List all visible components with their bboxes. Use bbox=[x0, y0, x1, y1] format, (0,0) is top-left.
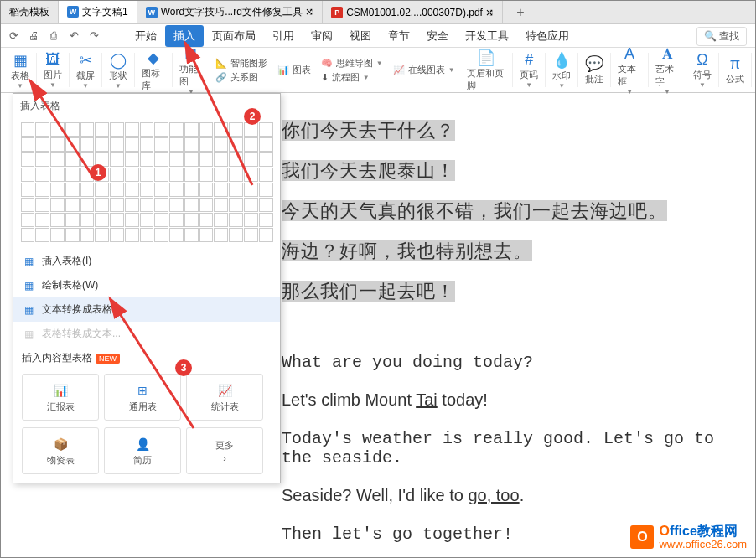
annotation-badge-1: 1 bbox=[90, 164, 106, 181]
card-general[interactable]: ⊞通用表 bbox=[104, 374, 181, 421]
table-icon: ▦ bbox=[11, 51, 29, 70]
ribbon-online-chart[interactable]: 📈 在线图表 ▼ bbox=[393, 64, 455, 76]
grid-icon: ⊞ bbox=[134, 382, 151, 399]
picture-icon: 🖼 bbox=[44, 51, 62, 69]
draw-table-icon: ▦ bbox=[22, 279, 35, 292]
shell-template-tab[interactable]: 稻壳模板 bbox=[1, 1, 59, 23]
doc-en-line3: Today's weather is really good. Let's go… bbox=[282, 429, 747, 468]
document-tabs: 稻壳模板 W 文字文稿1 W Word文字技巧...rd文件修复工具 ⤭ P C… bbox=[1, 1, 755, 24]
table-to-text-item: ▦表格转换成文本... bbox=[13, 322, 280, 346]
draw-table-item[interactable]: ▦绘制表格(W) bbox=[13, 273, 280, 297]
menu-start[interactable]: 开始 bbox=[127, 25, 165, 47]
card-resume[interactable]: 👤简历 bbox=[104, 427, 181, 474]
ribbon-chart[interactable]: 📊 图表 bbox=[277, 64, 311, 76]
formula-icon: π bbox=[726, 54, 744, 73]
header-footer-icon: 📄 bbox=[477, 49, 495, 67]
document-content: 你们今天去干什么？ 我们今天去爬泰山！ 今天的天气真的很不错，我们一起去海边吧。… bbox=[282, 93, 747, 557]
card-supplies[interactable]: 📦物资表 bbox=[22, 427, 99, 474]
ribbon-icons[interactable]: ◆图标库 bbox=[135, 53, 173, 87]
ribbon-header-footer[interactable]: 📄页眉和页脚 bbox=[460, 53, 514, 87]
shapes-icon: ◯ bbox=[109, 51, 127, 70]
menu-special[interactable]: 特色应用 bbox=[517, 25, 577, 47]
content-table-section: 插入内容型表格 NEW bbox=[13, 346, 280, 370]
doc-en-line1: What are you doing today? bbox=[282, 353, 747, 372]
ribbon-comment[interactable]: 💬批注 bbox=[578, 53, 611, 87]
ribbon-table[interactable]: ▦表格 ▼ bbox=[4, 53, 37, 87]
ribbon-formula[interactable]: π公式 bbox=[719, 53, 752, 87]
card-stats[interactable]: 📈统计表 bbox=[186, 374, 263, 421]
watermark-icon: 💧 bbox=[552, 51, 571, 70]
table-icon: ▦ bbox=[22, 255, 35, 268]
ribbon-textbox[interactable]: A文本框▼ bbox=[611, 53, 649, 87]
ribbon-page-number[interactable]: #页码▼ bbox=[513, 53, 546, 87]
watermark-url: www.office26.com bbox=[659, 539, 747, 550]
dropdown-title: 插入表格 bbox=[13, 94, 280, 118]
card-more[interactable]: 更多 › bbox=[186, 427, 263, 474]
doc-zh-line1: 你们今天去干什么？ bbox=[282, 120, 455, 141]
table-grid-picker[interactable] bbox=[13, 118, 280, 249]
ribbon-watermark[interactable]: 💧水印▼ bbox=[546, 53, 578, 87]
tab-label: 文字文稿1 bbox=[82, 5, 128, 19]
search-button[interactable]: 🔍 查找 bbox=[696, 27, 747, 46]
table-dropdown: 插入表格 ▦插入表格(I) ▦绘制表格(W) ▦文本转换成表格... ▦表格转换… bbox=[13, 93, 281, 483]
ribbon-relation-chart[interactable]: 🔗 关系图 bbox=[215, 71, 267, 84]
stats-icon: 📈 bbox=[216, 382, 233, 399]
comment-icon: 💬 bbox=[585, 54, 603, 73]
symbol-icon: Ω bbox=[693, 51, 712, 69]
insert-ribbon: ▦表格 ▼ 🖼图片▼ ✂截屏▼ ◯形状▼ ◆图标库 ⊞功能图▼ 📐 智能图形 🔗… bbox=[1, 48, 755, 93]
card-report[interactable]: 📊汇报表 bbox=[22, 374, 99, 421]
menu-page-layout[interactable]: 页面布局 bbox=[204, 25, 264, 47]
menu-review[interactable]: 审阅 bbox=[303, 25, 341, 47]
ribbon-wordart[interactable]: 𝐀艺术字▼ bbox=[649, 53, 686, 87]
resume-icon: 👤 bbox=[134, 436, 151, 452]
ribbon-shapes[interactable]: ◯形状▼ bbox=[102, 53, 135, 87]
insert-table-item[interactable]: ▦插入表格(I) bbox=[13, 249, 280, 273]
screenshot-icon: ✂ bbox=[76, 51, 95, 70]
menu-insert[interactable]: 插入 bbox=[165, 25, 204, 47]
tab-doc2[interactable]: W Word文字技巧...rd文件修复工具 ⤭ bbox=[137, 1, 323, 23]
ribbon-flowchart[interactable]: ⬇ 流程图 ▼ bbox=[321, 71, 383, 84]
menu-bar: 开始 插入 页面布局 引用 审阅 视图 章节 安全 开发工具 特色应用 🔍 查找 bbox=[1, 24, 755, 48]
ribbon-picture[interactable]: 🖼图片▼ bbox=[37, 53, 70, 87]
annotation-badge-3: 3 bbox=[175, 359, 192, 376]
watermark-logo-icon: O bbox=[630, 525, 654, 549]
doc-zh-line3: 今天的天气真的很不错，我们一起去海边吧。 bbox=[282, 200, 667, 221]
ribbon-symbol[interactable]: Ω符号▼ bbox=[686, 53, 719, 87]
icon-library-icon: ◆ bbox=[144, 49, 163, 67]
ribbon-mindmap[interactable]: 🧠 思维导图 ▼ bbox=[321, 57, 383, 70]
tab-doc3[interactable]: P CSM01001.02....000307D).pdf ⤭ bbox=[323, 1, 503, 23]
menu-security[interactable]: 安全 bbox=[418, 25, 457, 47]
ribbon-smart-shape[interactable]: 📐 智能图形 bbox=[215, 57, 267, 70]
annotation-badge-2: 2 bbox=[244, 108, 261, 125]
new-tab-button[interactable]: + bbox=[503, 2, 537, 23]
table-to-text-icon: ▦ bbox=[22, 328, 35, 341]
doc-zh-line2: 我们今天去爬泰山！ bbox=[282, 160, 455, 181]
text-to-table-icon: ▦ bbox=[22, 303, 35, 317]
tab-label: CSM01001.02....000307D).pdf ⤭ bbox=[346, 7, 494, 18]
chevron-right-icon: › bbox=[223, 453, 226, 463]
doc-zh-line5: 那么我们一起去吧！ bbox=[282, 281, 455, 302]
doc-en-line4: Seaside? Well, I'd like to go, too. bbox=[282, 486, 747, 506]
doc-en-line2: Let's climb Mount Tai today! bbox=[282, 390, 747, 411]
menu-references[interactable]: 引用 bbox=[264, 25, 303, 47]
pdf-icon: P bbox=[331, 7, 343, 18]
ribbon-screenshot[interactable]: ✂截屏▼ bbox=[70, 53, 102, 87]
ribbon-effects[interactable]: ⊞功能图▼ bbox=[173, 53, 210, 87]
site-watermark: O Office教程网 www.office26.com bbox=[630, 524, 747, 550]
tab-doc1[interactable]: W 文字文稿1 bbox=[59, 1, 137, 23]
menu-chapter[interactable]: 章节 bbox=[380, 25, 418, 47]
menu-devtools[interactable]: 开发工具 bbox=[457, 25, 517, 47]
tab-label: Word文字技巧...rd文件修复工具 ⤭ bbox=[161, 5, 313, 19]
word-icon: W bbox=[146, 7, 158, 18]
menu-view[interactable]: 视图 bbox=[341, 25, 380, 47]
page-number-icon: # bbox=[520, 51, 538, 69]
report-icon: 📊 bbox=[52, 382, 69, 399]
doc-zh-line4: 海边？好啊，我也特别想去。 bbox=[282, 240, 532, 261]
new-badge: NEW bbox=[96, 354, 120, 364]
cube-icon: 📦 bbox=[52, 436, 69, 452]
word-icon: W bbox=[67, 6, 79, 18]
text-to-table-item[interactable]: ▦文本转换成表格... bbox=[13, 297, 280, 322]
